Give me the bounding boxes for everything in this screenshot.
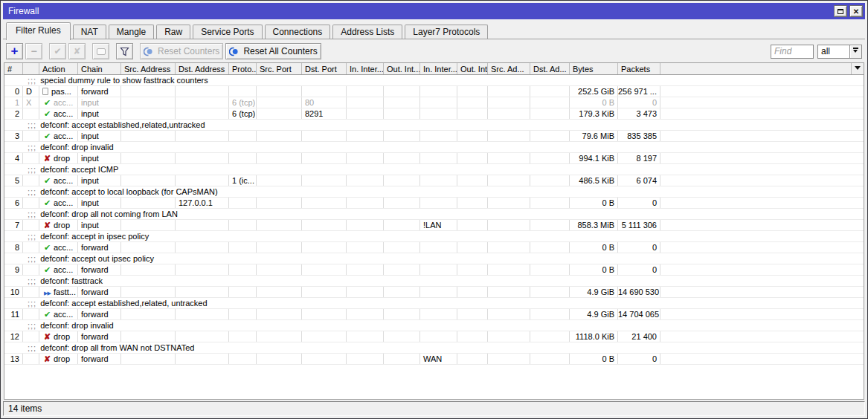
rule-row-8[interactable]: 8✔acc...forward0 B0 xyxy=(4,242,864,253)
comment-row[interactable]: ;;;defconf: drop all from WAN not DSTNAT… xyxy=(4,342,864,354)
add-button[interactable] xyxy=(6,43,23,59)
tab-layer7-protocols[interactable]: Layer7 Protocols xyxy=(405,25,488,39)
filter-button[interactable] xyxy=(116,43,133,59)
cell-dst_address xyxy=(176,86,229,97)
comment-row[interactable]: ;;;defconf: accept in ipsec policy xyxy=(4,231,864,242)
action-label: drop xyxy=(54,221,70,230)
tab-address-lists[interactable]: Address Lists xyxy=(332,25,402,39)
cell-dst_port xyxy=(302,264,347,275)
comment-row[interactable]: ;;;defconf: drop invalid xyxy=(4,320,864,331)
column-header-chain[interactable]: Chain xyxy=(78,63,121,74)
maximize-icon xyxy=(838,9,843,14)
cell-packets: 256 971 ... xyxy=(618,86,660,97)
comment-text: defconf: accept established,related,untr… xyxy=(40,120,205,129)
column-header-dst_port[interactable]: Dst. Port xyxy=(302,63,347,74)
rule-row-1[interactable]: 1X✔acc...input6 (tcp)800 B0 xyxy=(4,97,864,108)
rule-row-10[interactable]: 10▶▶fastt...forward4.9 GiB14 690 530 xyxy=(4,287,864,298)
column-header-bytes[interactable]: Bytes xyxy=(570,63,618,74)
tab-mangle[interactable]: Mangle xyxy=(109,25,154,39)
column-header-out_interface_list[interactable]: Out. Int... xyxy=(457,63,488,74)
column-header-src_address[interactable]: Src. Address xyxy=(121,63,176,74)
cell-action: ✘drop xyxy=(39,220,78,230)
action-label: acc... xyxy=(54,176,73,185)
comment-row[interactable]: ;;;defconf: accept ICMP xyxy=(4,164,864,175)
cell-in_interface xyxy=(347,242,384,253)
rule-row-11[interactable]: 11✔acc...forward4.9 GiB14 704 065 xyxy=(4,309,864,320)
cell-flags xyxy=(23,331,39,342)
drop-icon: ✘ xyxy=(42,154,52,163)
rule-row-3[interactable]: 3✔acc...input79.6 MiB835 385 xyxy=(4,131,864,142)
rule-row-7[interactable]: 7✘dropinput!LAN858.3 MiB5 111 306 xyxy=(4,220,864,231)
cell-src_address xyxy=(121,331,176,342)
drop-icon: ✘ xyxy=(42,332,52,342)
column-header-in_interface_list[interactable]: In. Inter... xyxy=(420,63,457,74)
cell-bytes: 0 B xyxy=(570,242,618,253)
comment-row[interactable]: ;;;defconf: accept to local loopback (fo… xyxy=(4,186,864,198)
close-button[interactable]: ✕ xyxy=(849,5,863,17)
comment-row[interactable]: ;;;defconf: accept established,related, … xyxy=(4,298,864,309)
rule-row-6[interactable]: 6✔acc...input127.0.0.10 B0 xyxy=(4,198,864,209)
tab-service-ports[interactable]: Service Ports xyxy=(193,25,262,39)
cell-src_address xyxy=(121,264,176,275)
cell-bytes: 0 B xyxy=(570,97,618,108)
cell-packets: 0 xyxy=(618,264,660,275)
column-header-src_port[interactable]: Src. Port xyxy=(257,63,302,74)
cell-dst_port xyxy=(302,331,347,342)
cell-dst_address_list xyxy=(530,331,570,342)
rule-row-2[interactable]: 2✔acc...input6 (tcp)8291179.3 KiB3 473 xyxy=(4,108,864,120)
rule-row-5[interactable]: 5✔acc...input1 (ic...486.5 KiB6 074 xyxy=(4,175,864,186)
column-header-src_address_list[interactable]: Src. Ad... xyxy=(488,63,530,74)
column-header-num[interactable]: # xyxy=(4,63,23,74)
comment-row[interactable]: ;;;defconf: drop all not coming from LAN xyxy=(4,209,864,220)
comment-row[interactable]: ;;;defconf: drop invalid xyxy=(4,142,864,153)
rule-row-0[interactable]: 0Dpas...forward252.5 GiB256 971 ... xyxy=(4,86,864,97)
reset-counters-label: Reset Counters xyxy=(158,46,219,56)
cell-num: 9 xyxy=(4,264,23,275)
rule-row-13[interactable]: 13✘dropforwardWAN0 B0 xyxy=(4,354,864,365)
cell-out_interface xyxy=(384,108,420,119)
column-header-protocol[interactable]: Proto... xyxy=(229,63,257,74)
cell-out_interface xyxy=(384,220,420,230)
cell-packets: 8 197 xyxy=(618,153,660,163)
action-label: drop xyxy=(54,354,70,363)
find-scope-dropdown-button[interactable] xyxy=(849,45,862,59)
rule-row-4[interactable]: 4✘dropinput994.1 KiB8 197 xyxy=(4,153,864,164)
cell-flags xyxy=(23,175,39,186)
rule-row-12[interactable]: 12✘dropforward1118.0 KiB21 400 xyxy=(4,331,864,342)
column-header-in_interface[interactable]: In. Inter... xyxy=(347,63,384,74)
tab-filter-rules[interactable]: Filter Rules xyxy=(6,22,71,40)
comment-row[interactable]: ;;;defconf: accept established,related,u… xyxy=(4,120,864,131)
maximize-button[interactable] xyxy=(834,5,847,17)
tab-nat[interactable]: NAT xyxy=(73,25,106,39)
comment-row[interactable]: ;;;defconf: fasttrack xyxy=(4,276,864,287)
cell-dst_address xyxy=(176,131,229,141)
find-input[interactable] xyxy=(771,45,814,59)
column-select-button[interactable] xyxy=(851,63,864,74)
comment-row[interactable]: ;;;special dummy rule to show fasttrack … xyxy=(4,75,864,86)
reset-all-counters-button[interactable]: Reset All Counters xyxy=(225,43,321,59)
cell-dst_address xyxy=(176,264,229,275)
comment-prefix: ;;; xyxy=(28,187,36,196)
comment-row[interactable]: ;;;defconf: accept out ipsec policy xyxy=(4,253,864,264)
cell-in_interface_list xyxy=(420,198,457,208)
cell-packets: 5 111 306 xyxy=(618,220,660,230)
rule-row-9[interactable]: 9✔acc...forward0 B0 xyxy=(4,264,864,276)
column-header-packets[interactable]: Packets xyxy=(618,63,660,74)
cell-dst_port xyxy=(302,175,347,186)
column-header-out_interface[interactable]: Out. Int... xyxy=(384,63,420,74)
tab-raw[interactable]: Raw xyxy=(156,25,190,39)
column-header-flags[interactable] xyxy=(23,63,39,74)
cell-dst_address_list xyxy=(530,175,570,186)
add-icon xyxy=(11,46,19,56)
find-scope-select[interactable]: all xyxy=(817,45,862,59)
column-header-action[interactable]: Action xyxy=(39,63,78,74)
cell-src_port xyxy=(257,108,302,119)
tab-connections[interactable]: Connections xyxy=(265,25,331,39)
cell-in_interface_list xyxy=(420,97,457,108)
cell-in_interface xyxy=(347,175,384,186)
cell-action: ✘drop xyxy=(39,331,78,342)
cell-num: 8 xyxy=(4,242,23,253)
cell-action: ✘drop xyxy=(39,354,78,364)
column-header-dst_address[interactable]: Dst. Address xyxy=(176,63,229,74)
column-header-dst_address_list[interactable]: Dst. Ad... xyxy=(530,63,570,74)
